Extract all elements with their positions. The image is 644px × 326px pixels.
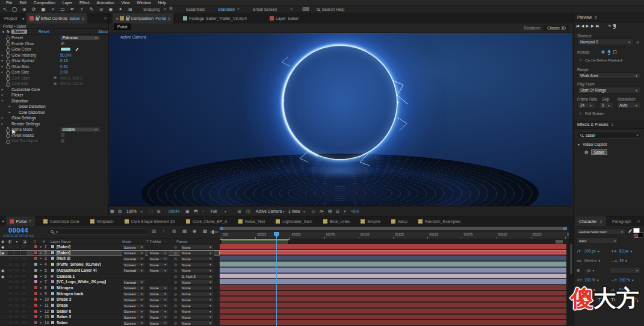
parent-pickwhip-icon[interactable]: ◎ [174, 309, 177, 313]
audio-switch[interactable] [8, 286, 13, 290]
layer-name[interactable]: Drape 2 [57, 297, 72, 301]
puppet-tool[interactable]: ⊞ [125, 5, 135, 13]
layer-duration-bar-11[interactable] [220, 302, 566, 308]
lock-switch[interactable] [21, 292, 26, 296]
mute-audio-icon[interactable] [613, 24, 616, 28]
layer-color-chip[interactable] [34, 315, 38, 319]
caret-down-icon[interactable]: ▼ [140, 207, 143, 216]
layer-duration-bar-9[interactable] [220, 291, 566, 296]
layer-name[interactable]: [Puffy_Smoke_01.mov] [57, 262, 101, 266]
show-snapshot-icon[interactable]: ▥ [118, 207, 122, 216]
stopwatch-icon[interactable] [5, 35, 11, 40]
layer-duration-bar-13[interactable] [220, 315, 566, 320]
effect-name[interactable]: Saber [11, 30, 27, 34]
layer-duration-bar-3[interactable] [220, 255, 566, 261]
layer-duration-bar-5[interactable] [220, 268, 566, 273]
property-checkbox[interactable] [60, 133, 65, 137]
property-checkbox[interactable]: ✓ [60, 41, 65, 46]
tracking-value[interactable]: 39▼ [619, 259, 628, 263]
parent-pickwhip-icon[interactable]: ◎ [174, 286, 177, 290]
solo-switch[interactable] [14, 274, 20, 278]
expand-arrow-icon[interactable]: ► [40, 275, 42, 278]
previous-frame-button[interactable]: ◀| [581, 24, 583, 28]
timeline-horizontal-scrollbar[interactable] [221, 227, 566, 230]
layer-duration-bar-2[interactable] [220, 250, 566, 255]
solo-switch[interactable] [14, 251, 20, 255]
include-overlays-icon[interactable]: ▢ [613, 49, 617, 54]
expand-arrow-icon[interactable]: ► [40, 310, 42, 313]
chevron-right-icon[interactable]: ► [7, 105, 12, 108]
hand-tool[interactable]: ◯ [10, 5, 19, 13]
range-dropdown[interactable]: Work Area▼ [577, 72, 641, 79]
lock-switch[interactable] [21, 262, 26, 266]
timeline-tab-core-clone-ep-a[interactable]: Core_Clone_EP_A [186, 219, 227, 224]
workspace-small-screen[interactable]: Small Screen [253, 7, 277, 11]
layer-duration-bar-4[interactable] [220, 262, 566, 267]
menu-file[interactable]: File [2, 0, 16, 5]
panel-menu-icon[interactable]: ≡ [595, 16, 597, 19]
timeline-tab-core-shape-element-3d[interactable]: Core Shape Element 3D [125, 219, 176, 224]
caret-down-icon[interactable]: ▼ [303, 207, 306, 216]
roto-brush-tool[interactable]: ✦ [116, 5, 125, 13]
trkmat-dropdown[interactable]: None▼ [148, 315, 169, 319]
keyboard-shortcuts-icon[interactable]: ⌨ [302, 7, 309, 12]
audio-switch[interactable] [8, 274, 13, 278]
audio-switch[interactable] [8, 280, 13, 284]
lock-switch[interactable] [21, 297, 26, 301]
layer-color-chip[interactable] [34, 268, 38, 272]
expand-arrow-icon[interactable]: ► [40, 280, 42, 283]
effect-row-glow-settings[interactable]: ►Glow Settings [0, 115, 108, 121]
workspace-essentials[interactable]: Essentials [186, 7, 205, 11]
menu-animation[interactable]: Animation [93, 0, 118, 5]
region-of-interest-icon[interactable]: ⬚ [149, 207, 153, 216]
pixel-aspect-icon[interactable]: ◇ [312, 207, 315, 216]
chevron-right-icon[interactable]: ► [0, 59, 5, 62]
effect-row-glow-spread[interactable]: ►Glow Spread0.15 [0, 58, 108, 64]
layer-row-1[interactable]: ◉►1[Saber]Screen▼◎None▼ [0, 244, 220, 250]
property-value[interactable]: 0.31 [60, 64, 68, 69]
work-area-bar[interactable] [220, 239, 290, 244]
play-from-dropdown[interactable]: Start Of Range▼ [577, 87, 641, 93]
effect-row-core-distortion[interactable]: ►Core Distortion [0, 110, 108, 116]
timeline-tab-whiplash[interactable]: Whiplash [90, 219, 114, 224]
panel-menu-icon[interactable]: ≡ [29, 219, 31, 223]
parent-dropdown[interactable]: 3. Null 3▼ [180, 274, 214, 279]
layer-name[interactable]: Nitrogen back [57, 292, 84, 296]
layer-duration-bar-14[interactable] [220, 320, 566, 325]
effect-row-glow-bias[interactable]: ►Glow Bias0.31 [0, 64, 108, 70]
blend-mode-dropdown[interactable]: Screen▼ [122, 315, 145, 319]
layer-row-9[interactable]: ►9Nitrogen backScreen▼None▼◎None▼ [0, 291, 220, 297]
include-audio-icon[interactable] [607, 50, 610, 54]
blend-mode-dropdown[interactable]: Normal▼ [122, 256, 145, 261]
layer-color-chip[interactable] [34, 321, 38, 325]
caret-down-icon[interactable]: ▼ [282, 207, 285, 216]
expand-arrow-icon[interactable]: ► [40, 257, 42, 260]
layer-name[interactable]: Saber 3 [57, 315, 71, 319]
checkbox[interactable] [578, 111, 583, 116]
view-selector[interactable]: Active Camera [256, 207, 282, 216]
graph-editor-icon[interactable]: ▩ [203, 228, 207, 234]
effects-group[interactable]: ▼ Video Copilot [577, 142, 607, 146]
rotate-tool[interactable]: ⟳ [29, 5, 39, 13]
parent-pickwhip-icon[interactable]: ◎ [174, 245, 177, 249]
chevron-left-icon[interactable]: ◂ [116, 16, 118, 21]
color-swatch[interactable] [60, 47, 71, 51]
stopwatch-icon[interactable] [5, 75, 11, 81]
effect-row-glow-intensity[interactable]: ►Glow Intensity50.0% [0, 52, 108, 58]
solo-switch[interactable] [14, 297, 20, 301]
stopwatch-icon[interactable] [5, 52, 11, 58]
parent-pickwhip-icon[interactable]: ◎ [174, 321, 177, 325]
motion-blur-icon[interactable]: ◉ [193, 228, 197, 234]
chevron-right-icon[interactable]: ► [7, 111, 12, 114]
lock-switch[interactable] [21, 286, 26, 290]
menu-layer[interactable]: Layer [59, 0, 76, 5]
expand-arrow-icon[interactable]: ► [40, 286, 42, 289]
solo-switch[interactable] [14, 303, 20, 307]
twirl-down-icon[interactable]: ▼ [577, 143, 580, 146]
chevron-left-icon[interactable]: ◂ [22, 16, 24, 21]
solo-switch[interactable] [14, 292, 20, 296]
trkmat-dropdown[interactable]: None▼ [148, 309, 169, 314]
next-frame-button[interactable]: |▶ [591, 24, 593, 28]
chevron-right-icon[interactable]: ► [0, 116, 5, 119]
trkmat-column[interactable]: T TrkMat [146, 239, 161, 243]
